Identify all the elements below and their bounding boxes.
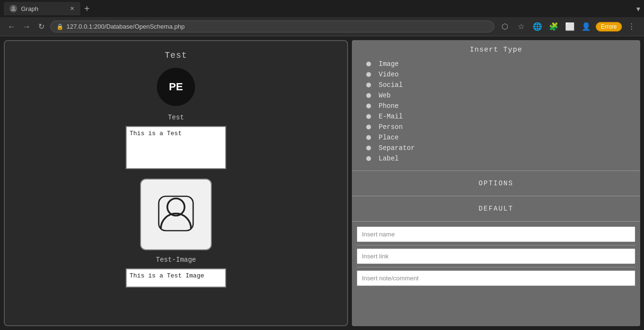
extension-icon[interactable]: 🌐: [531, 20, 544, 33]
type-bullet: [366, 104, 371, 108]
type-label: Video: [379, 71, 399, 78]
options-label: OPTIONS: [352, 173, 640, 194]
type-bullet: [366, 135, 371, 140]
menu-button[interactable]: ⋮: [625, 20, 638, 33]
type-label: Image: [379, 60, 399, 68]
divider-1: [352, 170, 640, 171]
default-label: DEFAULT: [352, 198, 640, 219]
type-bullet: [366, 146, 371, 150]
insert-type-title: Insert Type: [352, 40, 640, 59]
type-label: Phone: [379, 102, 399, 110]
tab-bar: Graph ✕ + ▾: [0, 0, 644, 17]
text-content-box: This is a Test: [126, 126, 226, 169]
error-button[interactable]: Errore: [596, 22, 622, 32]
type-item[interactable]: Place: [366, 132, 631, 143]
divider-5: [357, 267, 635, 267]
puzzle-button[interactable]: 🧩: [547, 20, 560, 33]
tab-close-button[interactable]: ✕: [70, 5, 75, 12]
image-text-content: This is a Test Image: [130, 272, 204, 279]
forward-button[interactable]: →: [21, 21, 33, 33]
type-item[interactable]: Phone: [366, 101, 631, 111]
type-label: Social: [379, 81, 403, 89]
input-note[interactable]: [357, 270, 635, 286]
type-item[interactable]: Video: [366, 69, 631, 80]
page-content: Test PE Test This is a Test Test-Image T…: [0, 36, 644, 330]
node-image-label: Test-Image: [156, 256, 196, 264]
type-label: Person: [379, 123, 403, 131]
tab-dropdown-button[interactable]: ▾: [636, 4, 640, 13]
profile-button[interactable]: 👤: [579, 20, 593, 33]
nav-actions: ⬡ ☆ 🌐 🧩 ⬜ 👤 Errore ⋮: [498, 20, 638, 33]
type-bullet: [366, 125, 371, 129]
type-item[interactable]: E-Mail: [366, 111, 631, 122]
text-content: This is a Test: [130, 130, 182, 137]
right-panel: Insert Type Image Video Social Web Phone…: [352, 40, 640, 326]
tab-favicon: [10, 5, 17, 12]
type-item[interactable]: Web: [366, 90, 631, 101]
divider-3: [352, 221, 640, 222]
type-item[interactable]: Person: [366, 122, 631, 132]
nav-bar: ← → ↻ 🔒 127.0.0.1:200/Database/OpenSchem…: [0, 17, 644, 36]
lock-icon: 🔒: [56, 23, 64, 30]
type-list: Image Video Social Web Phone E-Mail Pers…: [352, 59, 640, 169]
avatar: PE: [157, 68, 195, 106]
split-view-button[interactable]: ⬜: [563, 20, 577, 33]
left-panel: Test PE Test This is a Test Test-Image T…: [4, 40, 348, 326]
divider-2: [352, 196, 640, 196]
browser-chrome: Graph ✕ + ▾ ← → ↻ 🔒 127.0.0.1:200/Databa…: [0, 0, 644, 36]
image-placeholder: [140, 179, 212, 250]
reload-button[interactable]: ↻: [36, 20, 46, 33]
node-label: Test: [168, 114, 184, 121]
active-tab[interactable]: Graph ✕: [4, 2, 80, 15]
divider-4: [357, 245, 635, 245]
type-label: Web: [379, 92, 391, 99]
type-bullet: [366, 72, 371, 77]
image-text-box: This is a Test Image: [126, 268, 226, 287]
type-label: E-Mail: [379, 113, 403, 120]
type-bullet: [366, 114, 371, 119]
avatar-initials: PE: [169, 81, 183, 93]
type-bullet: [366, 156, 371, 161]
new-tab-button[interactable]: +: [84, 4, 90, 13]
input-link[interactable]: [357, 248, 635, 264]
bookmark-button[interactable]: ☆: [514, 20, 528, 33]
node-title: Test: [164, 51, 187, 60]
type-item[interactable]: Image: [366, 59, 631, 69]
input-name[interactable]: [357, 226, 635, 242]
url-text: 127.0.0.1:200/Database/OpenSchema.php: [66, 23, 185, 30]
share-button[interactable]: ⬡: [498, 20, 512, 33]
type-bullet: [366, 83, 371, 87]
url-bar[interactable]: 🔒 127.0.0.1:200/Database/OpenSchema.php: [50, 21, 494, 32]
type-bullet: [366, 93, 371, 98]
person-icon: [154, 192, 197, 237]
back-button[interactable]: ←: [6, 21, 17, 33]
type-item[interactable]: Label: [366, 153, 631, 164]
type-label: Label: [379, 155, 399, 162]
type-item[interactable]: Separator: [366, 143, 631, 153]
type-item[interactable]: Social: [366, 80, 631, 90]
type-label: Place: [379, 134, 399, 141]
type-bullet: [366, 62, 371, 66]
type-label: Separator: [379, 144, 415, 152]
tab-title: Graph: [21, 5, 38, 12]
